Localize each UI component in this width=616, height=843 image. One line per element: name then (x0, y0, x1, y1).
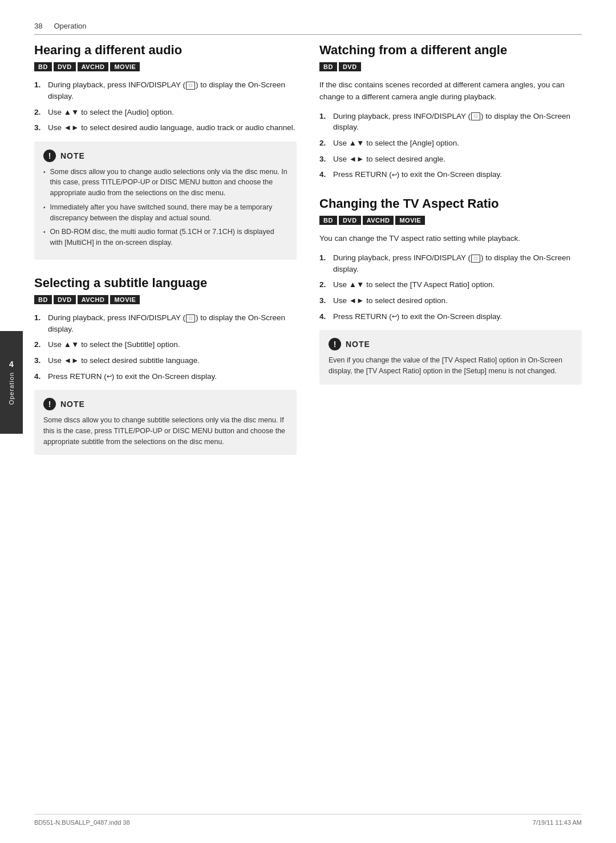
badge-row-hearing: BD DVD AVCHD MOVIE (34, 62, 297, 71)
page-number: 38 (34, 22, 42, 30)
step-number: 2. (34, 339, 46, 350)
step-content: Press RETURN (↩) to exit the On-Screen d… (333, 311, 582, 322)
display-icon: □ (471, 255, 480, 263)
note-header: ! NOTE (329, 338, 573, 350)
list-item: 3. Use ◄► to select desired audio langua… (34, 122, 297, 134)
note-title: NOTE (60, 400, 85, 409)
bullet-dot: • (43, 228, 46, 248)
display-icon: □ (186, 82, 195, 90)
step-content: During playback, press INFO/DISPLAY (□) … (333, 252, 582, 275)
side-tab-number: 4 (9, 360, 14, 369)
step-number: 3. (319, 295, 331, 306)
step-number: 3. (319, 154, 331, 165)
step-number: 1. (319, 111, 331, 133)
list-item: 1. During playback, press INFO/DISPLAY (… (34, 79, 297, 102)
step-number: 4. (34, 371, 46, 382)
heading-angle: Watching from a different angle (319, 43, 582, 58)
step-number: 2. (34, 107, 46, 118)
note-text: Even if you change the value of the [TV … (329, 355, 573, 377)
badge-avchd-3: AVCHD (363, 216, 394, 225)
bullet-item: • On BD-ROM disc, the multi audio format… (43, 227, 287, 248)
step-number: 2. (319, 138, 331, 149)
note-body: Even if you change the value of the [TV … (329, 355, 573, 377)
bullet-item: • Some discs allow you to change audio s… (43, 167, 287, 199)
note-header: ! NOTE (43, 398, 287, 410)
badge-avchd-2: AVCHD (78, 295, 109, 304)
badge-movie-2: MOVIE (110, 295, 140, 304)
step-content: Use ◄► to select desired audio language,… (48, 122, 297, 134)
step-content: During playback, press INFO/DISPLAY (□) … (48, 79, 297, 102)
note-body: Some discs allow you to change subtitle … (43, 415, 287, 447)
badge-dvd-4: DVD (339, 216, 361, 225)
badge-bd-3: BD (319, 62, 337, 71)
step-content: Use ◄► to select desired angle. (333, 154, 582, 165)
return-icon: ↩ (392, 312, 397, 321)
return-icon: ↩ (392, 171, 397, 180)
angle-intro: If the disc contains scenes recorded at … (319, 79, 582, 103)
bullet-text: Immediately after you have switched soun… (50, 202, 287, 224)
step-content: Use ▲▼ to select the [Audio] option. (48, 107, 297, 118)
step-number: 1. (319, 252, 331, 275)
list-item: 3. Use ◄► to select desired option. (319, 295, 582, 306)
side-tab: 4 Operation (0, 331, 23, 434)
list-item: 3. Use ◄► to select desired angle. (319, 154, 582, 165)
steps-subtitle: 1. During playback, press INFO/DISPLAY (… (34, 312, 297, 382)
bullet-text: On BD-ROM disc, the multi audio format (… (50, 227, 287, 248)
top-rule (34, 34, 582, 35)
badge-movie-3: MOVIE (395, 216, 425, 225)
list-item: 1. During playback, press INFO/DISPLAY (… (319, 252, 582, 275)
list-item: 4. Press RETURN (↩) to exit the On-Scree… (319, 169, 582, 180)
badge-bd-1: BD (34, 62, 52, 71)
tv-aspect-intro: You can change the TV aspect ratio setti… (319, 233, 582, 244)
step-number: 2. (319, 279, 331, 291)
badge-row-subtitle: BD DVD AVCHD MOVIE (34, 295, 297, 304)
display-icon: □ (471, 112, 480, 120)
step-content: Use ◄► to select desired option. (333, 295, 582, 306)
step-content: Use ▲▼ to select the [TV Aspect Ratio] o… (333, 279, 582, 291)
bullet-text: Some discs allow you to change audio sel… (50, 167, 287, 199)
badge-bd-2: BD (34, 295, 52, 304)
list-item: 2. Use ▲▼ to select the [TV Aspect Ratio… (319, 279, 582, 291)
step-content: Use ▲▼ to select the [Angle] option. (333, 138, 582, 149)
section-tv-aspect-ratio: Changing the TV Aspect Ratio BD DVD AVCH… (319, 196, 582, 385)
badge-bd-4: BD (319, 216, 337, 225)
content-area: Hearing a different audio BD DVD AVCHD M… (34, 43, 582, 471)
step-number: 3. (34, 122, 46, 134)
badge-dvd-2: DVD (54, 295, 76, 304)
step-number: 3. (34, 355, 46, 366)
note-icon: ! (329, 338, 341, 350)
note-title: NOTE (60, 151, 85, 160)
heading-subtitle: Selecting a subtitle language (34, 276, 297, 291)
step-content: Press RETURN (↩) to exit the On-Screen d… (333, 169, 582, 180)
page-header: 38 Operation (34, 22, 582, 30)
heading-hearing-audio: Hearing a different audio (34, 43, 297, 58)
note-icon: ! (43, 398, 56, 410)
steps-angle: 1. During playback, press INFO/DISPLAY (… (319, 111, 582, 180)
step-number: 4. (319, 311, 331, 322)
display-icon: □ (186, 314, 195, 322)
bullet-dot: • (43, 168, 46, 199)
footer-left: BD551-N.BUSALLP_0487.indd 38 (34, 819, 130, 826)
list-item: 3. Use ◄► to select desired subtitle lan… (34, 355, 297, 366)
steps-tv-aspect: 1. During playback, press INFO/DISPLAY (… (319, 252, 582, 322)
badge-dvd-3: DVD (339, 62, 361, 71)
list-item: 1. During playback, press INFO/DISPLAY (… (34, 312, 297, 334)
step-content: During playback, press INFO/DISPLAY (□) … (48, 312, 297, 334)
step-number: 1. (34, 312, 46, 334)
note-body: • Some discs allow you to change audio s… (43, 167, 287, 248)
badge-movie-1: MOVIE (110, 62, 140, 71)
bullet-item: • Immediately after you have switched so… (43, 202, 287, 224)
badge-row-angle: BD DVD (319, 62, 582, 71)
section-different-angle: Watching from a different angle BD DVD I… (319, 43, 582, 180)
badge-dvd-1: DVD (54, 62, 76, 71)
note-box-hearing: ! NOTE • Some discs allow you to change … (34, 142, 297, 260)
page-container: 38 Operation 4 Operation Hearing a diffe… (0, 0, 616, 843)
note-box-tv-aspect: ! NOTE Even if you change the value of t… (319, 330, 582, 385)
step-number: 4. (319, 169, 331, 180)
note-box-subtitle: ! NOTE Some discs allow you to change su… (34, 390, 297, 455)
badge-avchd-1: AVCHD (78, 62, 109, 71)
list-item: 2. Use ▲▼ to select the [Subtitle] optio… (34, 339, 297, 350)
list-item: 1. During playback, press INFO/DISPLAY (… (319, 111, 582, 133)
list-item: 2. Use ▲▼ to select the [Audio] option. (34, 107, 297, 118)
note-title: NOTE (346, 340, 370, 349)
